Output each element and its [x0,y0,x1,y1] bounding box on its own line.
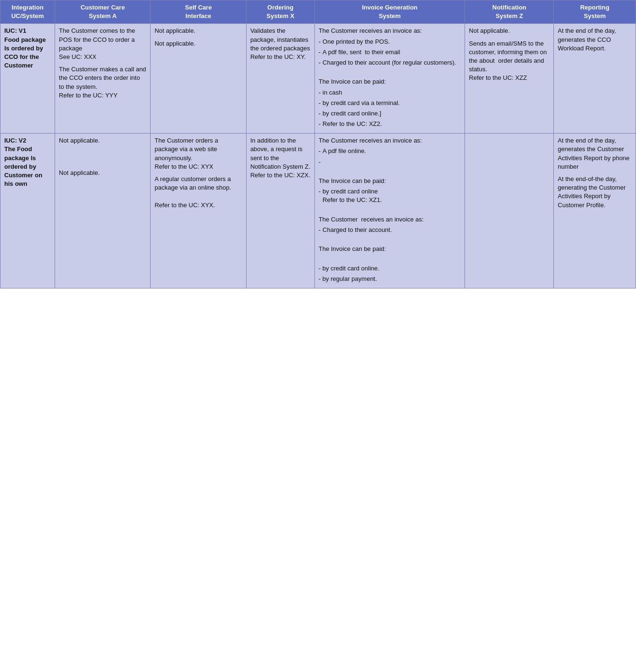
table-row-iuc-v1: IUC: V1Food package Is ordered by CCO fo… [0,24,636,134]
cell-v2-self: The Customer orders a package via a web … [151,134,246,288]
row-label-v1: IUC: V1Food package Is ordered by CCO fo… [0,24,55,134]
col-header-care: Customer CareSystem A [55,0,151,24]
col-header-invoice: Invoice GenerationSystem [314,0,465,24]
table-row-iuc-v2: IUC: V2The Food package Is ordered by Cu… [0,134,636,288]
cell-v2-notification [465,134,554,288]
col-header-notification: NotificationSystem Z [465,0,554,24]
cell-v1-self: Not applicable. Not applicable. [151,24,246,134]
col-header-integration: IntegrationUC/System [0,0,55,24]
col-header-self: Self CareInterface [151,0,246,24]
cell-v1-invoice: The Customer receives an invoice as: One… [314,24,465,134]
cell-v2-ordering: In addition to the above, a request is s… [246,134,314,288]
col-header-reporting: ReportingSystem [554,0,636,24]
cell-v1-ordering: Validates the package, instantiates the … [246,24,314,134]
cell-v2-invoice: The Customer receives an invoice as: A p… [314,134,465,288]
integration-table: IntegrationUC/System Customer CareSystem… [0,0,636,288]
cell-v1-notification: Not applicable. Sends an email/SMS to th… [465,24,554,134]
cell-v2-reporting: At the end of the day, generates the Cus… [554,134,636,288]
cell-v1-care: The Customer comes to the POS for the CC… [55,24,151,134]
col-header-ordering: OrderingSystem X [246,0,314,24]
cell-v1-reporting: At the end of the day, generates the CCO… [554,24,636,134]
row-label-v2: IUC: V2The Food package Is ordered by Cu… [0,134,55,288]
cell-v2-care: Not applicable. Not applicable. [55,134,151,288]
